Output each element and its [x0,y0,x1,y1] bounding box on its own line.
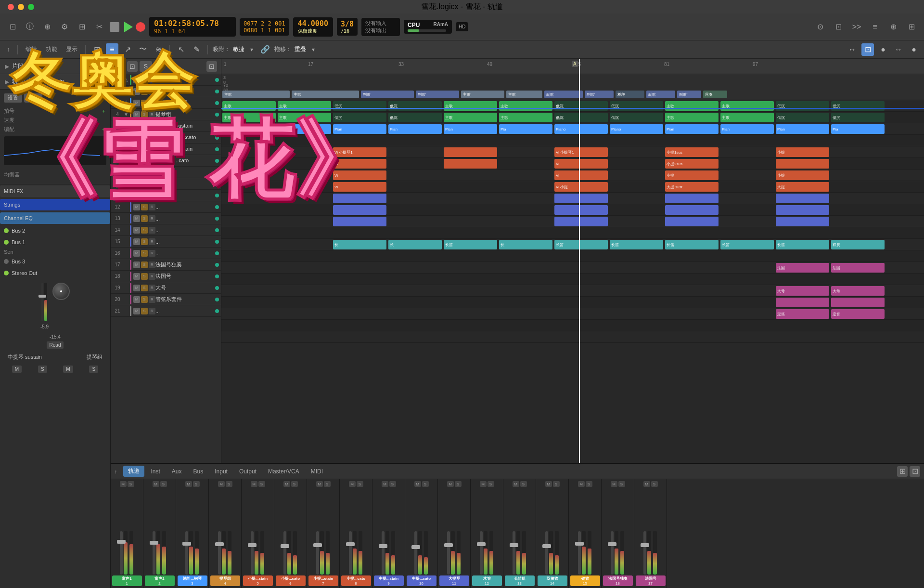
mute-3[interactable]: M [133,100,140,106]
snap-arrow[interactable]: ▾ [247,45,256,54]
bus2-slot[interactable]: Bus 2 [0,225,110,236]
clip-13-7[interactable]: 长笛 [554,240,608,249]
mixer-arrow[interactable]: ↑ [115,469,117,474]
mute-11[interactable]: M [133,192,140,199]
clip-2-5[interactable]: 主歌 [444,113,497,122]
clip-15-12[interactable]: 法国 [831,263,885,273]
track-row-3[interactable]: 3 f M S R 施坦威大钢琴 [111,97,221,109]
ch-solo-5[interactable]: S [258,481,265,487]
ch-fader-thumb-7[interactable] [313,543,322,547]
toolbar-right-icon4[interactable]: ≡ [868,20,882,34]
rec-19[interactable]: R [149,285,155,291]
clip-3-3[interactable]: Pian [333,124,386,134]
ch-mute-14[interactable]: M [545,481,552,487]
clip-2-6[interactable]: 主歌 [499,113,552,122]
solo-15[interactable]: S [141,238,148,245]
clip-13-3[interactable]: 长 [333,240,386,249]
snap-icon[interactable]: 🔗 [259,43,271,56]
mute-12[interactable]: M [133,204,140,210]
track-row-19[interactable]: 19 M S R 大号 [111,282,221,294]
ch-mute-13[interactable]: M [513,481,519,487]
clip-5-7[interactable]: Vi 小提琴1 [554,147,608,157]
bus1-slot[interactable]: Bus 1 [0,236,110,248]
clip-19-12[interactable]: 定音 [831,309,885,319]
clip-9-11[interactable] [776,194,829,203]
clip-13-4[interactable]: 长 [388,240,442,249]
clip-3-12[interactable]: Pia [831,124,885,134]
settings-btn[interactable]: 设置 [4,93,22,103]
add-track-btn[interactable]: + [115,61,125,72]
bus3-slot[interactable]: Bus 3 [0,256,110,267]
clip-7-9[interactable]: 小提 [665,170,719,180]
solo-btn[interactable]: S [38,366,47,373]
mixer-icon[interactable]: ⊞ [75,20,89,34]
track-row-18[interactable]: 18 M S R 法国号 [111,271,221,282]
track-row-13[interactable]: 13 M S R ... [111,213,221,224]
solo-21[interactable]: S [141,308,148,314]
pan-knob[interactable] [52,283,70,300]
info-icon[interactable]: ⓘ [23,20,37,34]
clip-3-7[interactable]: Piano [554,124,608,134]
zoom-h-icon[interactable]: ↔ [846,43,859,56]
clip-10-11[interactable] [776,205,829,215]
clip-3-11[interactable]: Pian [776,124,829,134]
track-row-1[interactable]: 1 △ M S R 童声1 [111,74,221,86]
ch-fader-thumb-16[interactable] [608,542,616,546]
ch-solo-13[interactable]: S [520,481,527,487]
clip-2-10[interactable]: 主歌 [720,113,774,122]
display-menu[interactable]: 显示 [63,44,80,54]
stop-button[interactable] [110,22,119,32]
mute-9[interactable]: M [133,169,140,176]
ch-fader-thumb-12[interactable] [477,542,486,546]
track-row-11[interactable]: 11 M S R ... [111,190,221,201]
ch-solo-12[interactable]: S [488,481,494,487]
clip-13-9[interactable]: 长笛 [665,240,719,249]
track-row-8[interactable]: 8 ✓ M S R 小提琴2...cato [111,155,221,167]
clip-9-7[interactable] [554,194,608,203]
ch-mute-11[interactable]: M [447,481,454,487]
solo-20[interactable]: S [141,296,148,303]
record-button[interactable] [136,22,145,32]
track-row-20[interactable]: 20 M S R 管弦乐套件 [111,294,221,305]
zoom-fit-icon[interactable]: ⊡ [861,43,874,56]
ch-solo-17[interactable]: S [651,481,658,487]
ch-solo-8[interactable]: S [357,481,363,487]
clip-1-9[interactable]: 主歌 [665,101,719,111]
clip-1-4[interactable]: 低沉 [388,101,442,111]
track-row-12[interactable]: 12 M S R ... [111,201,221,213]
ch-solo-9[interactable]: S [389,481,396,487]
ch-mute-16[interactable]: M [611,481,617,487]
mute-14[interactable]: M [133,227,140,234]
wave-icon[interactable]: 〜 [137,43,149,56]
clip-10-7[interactable] [554,205,608,215]
ch-mute-6[interactable]: M [283,481,290,487]
list-icon[interactable]: ≡ [106,43,118,56]
snap-value[interactable]: 敏捷 [233,45,244,53]
ch-solo-7[interactable]: S [324,481,331,487]
solo-18[interactable]: S [141,273,148,280]
ch-fader-thumb-13[interactable] [510,543,518,547]
mute-8[interactable]: M [133,157,140,164]
mute-16[interactable]: M [133,250,140,257]
toolbar-right-icon1[interactable]: ⊙ [813,20,827,34]
clip-8-9[interactable]: 大提 sust [665,182,719,192]
clip-5-9[interactable]: 小提1sus [665,147,719,157]
clip-15-11[interactable]: 法国 [776,263,829,273]
mute-10[interactable]: M [133,181,140,187]
solo-5[interactable]: S [141,123,148,130]
record-mode-icon[interactable]: ● [877,43,889,56]
ch-fader-thumb-9[interactable] [379,544,387,548]
ch-fader-thumb-11[interactable] [444,543,453,547]
channel-eq-slot[interactable]: Channel EQ [0,212,110,224]
track-header[interactable]: ▶ 轨道: 中提琴 sustain [0,74,110,90]
solo-17[interactable]: S [141,261,148,268]
mute-1[interactable]: M [133,77,140,83]
add-time-sig[interactable]: ＋ [101,107,106,115]
clip-5-5[interactable] [444,147,497,157]
solo-10[interactable]: S [141,181,148,187]
clip-3-5[interactable]: Pian [444,124,497,134]
midi-fx-slot[interactable]: MIDI FX [0,185,110,197]
track-row-21[interactable]: 21 M S R ... [111,305,221,317]
ch-solo-14[interactable]: S [553,481,560,487]
stereo-out-slot[interactable]: Stereo Out [0,267,110,279]
